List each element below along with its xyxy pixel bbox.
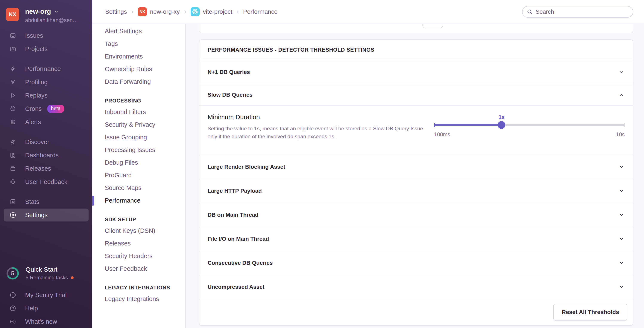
cutoff-panel-above — [199, 24, 633, 33]
settings-nav-item-client-keys[interactable]: Client Keys (DSN) — [92, 224, 185, 237]
quick-start-subtitle: 5 Remaining tasks — [26, 275, 68, 281]
breadcrumb-organization[interactable]: NX new-org-xy — [138, 7, 180, 16]
org-avatar: NX — [6, 8, 19, 21]
svg-text:5: 5 — [11, 270, 14, 277]
org-name: new-org — [25, 8, 51, 15]
sidebar-item-alerts[interactable]: Alerts — [0, 115, 92, 129]
sidebar-item-releases[interactable]: Releases — [0, 162, 92, 175]
sidebar-item-crons[interactable]: Crons beta — [0, 102, 92, 115]
chevron-down-icon — [618, 284, 625, 290]
org-badge: NX — [138, 7, 147, 16]
sidebar-item-discover[interactable]: Discover — [0, 135, 92, 149]
accordion-row-large-render-blocking-asset[interactable]: Large Render Blocking Asset — [200, 155, 633, 179]
minimum-duration-slider[interactable]: 1s 100ms 10s — [434, 114, 625, 146]
chevron-down-icon — [618, 236, 625, 242]
react-icon — [190, 7, 200, 16]
accordion-row-n-plus-1-db-queries[interactable]: N+1 DB Queries — [200, 60, 633, 84]
settings-nav-heading-sdk-setup: SDK SETUP — [92, 215, 185, 224]
accordion-row-db-on-main-thread[interactable]: DB on Main Thread — [200, 203, 633, 227]
quick-start[interactable]: 5 Quick Start 5 Remaining tasks — [6, 266, 74, 281]
clock-icon — [10, 106, 16, 112]
lightning-icon — [10, 66, 16, 72]
main-content: PERFORMANCE ISSUES - DETECTOR THRESHOLD … — [186, 24, 644, 328]
settings-nav-item-tags[interactable]: Tags — [92, 37, 185, 50]
slider-thumb[interactable] — [498, 121, 505, 129]
accordion-row-file-io-on-main-thread[interactable]: File I/O on Main Thread — [200, 227, 633, 251]
sidebar-item-projects[interactable]: Projects — [0, 42, 92, 55]
sidebar-item-performance[interactable]: Performance — [0, 62, 92, 75]
chevron-down-icon — [54, 9, 59, 14]
settings-nav-heading-legacy-integrations: LEGACY INTEGRATIONS — [92, 283, 185, 293]
settings-nav-item-alert-settings[interactable]: Alert Settings — [92, 25, 185, 37]
primary-nav: Issues Projects Performance Profiling Re… — [0, 29, 92, 222]
sidebar-item-stats[interactable]: Stats — [0, 195, 92, 208]
settings-nav-item-performance[interactable]: Performance — [92, 194, 185, 207]
sidebar-item-settings[interactable]: Settings — [4, 209, 89, 221]
sidebar-item-replays[interactable]: Replays — [0, 89, 92, 102]
breadcrumb-separator: › — [180, 7, 190, 15]
panel-footer: Reset All Thresholds — [200, 299, 633, 325]
breadcrumb-settings[interactable]: Settings — [105, 8, 127, 15]
broadcast-icon — [10, 318, 16, 325]
sidebar-item-issues[interactable]: Issues — [0, 29, 92, 42]
user-email: abdullah.khan@sen… — [25, 17, 78, 23]
chevron-up-icon — [618, 92, 625, 98]
breadcrumb-performance[interactable]: Performance — [243, 8, 278, 15]
settings-nav-item-legacy-integrations[interactable]: Legacy Integrations — [92, 293, 185, 305]
telescope-icon — [10, 139, 16, 145]
settings-nav-item-processing-issues[interactable]: Processing Issues — [92, 144, 185, 156]
org-switcher[interactable]: NX new-org abdullah.khan@sen… — [6, 8, 78, 23]
accordion-row-uncompressed-asset[interactable]: Uncompressed Asset — [200, 275, 633, 299]
headset-icon — [10, 178, 16, 185]
sidebar-item-dashboards[interactable]: Dashboards — [0, 149, 92, 162]
search-input[interactable] — [535, 8, 630, 15]
settings-nav-item-inbound-filters[interactable]: Inbound Filters — [92, 106, 185, 118]
settings-nav-item-security-privacy[interactable]: Security & Privacy — [92, 118, 185, 131]
slow-db-queries-detail: Minimum Duration Setting the value to 1s… — [200, 106, 633, 155]
breadcrumb: Settings › NX new-org-xy › vite-project … — [105, 7, 278, 16]
sidebar-footer: My Sentry Trial Help What's new — [0, 288, 92, 328]
sidebar-item-help[interactable]: Help — [0, 302, 92, 315]
sidebar-item-profiling[interactable]: Profiling — [0, 75, 92, 89]
gear-icon — [10, 212, 16, 218]
settings-nav-item-user-feedback[interactable]: User Feedback — [92, 262, 185, 275]
detector-threshold-panel: PERFORMANCE ISSUES - DETECTOR THRESHOLD … — [199, 39, 633, 326]
minimum-duration-label: Minimum Duration — [208, 113, 424, 121]
accordion-row-consecutive-db-queries[interactable]: Consecutive DB Queries — [200, 251, 633, 275]
search-box[interactable] — [522, 6, 633, 17]
quick-start-progress-ring: 5 — [6, 267, 20, 280]
reset-all-thresholds-button[interactable]: Reset All Thresholds — [554, 304, 627, 321]
settings-nav-item-ownership-rules[interactable]: Ownership Rules — [92, 63, 185, 75]
settings-nav-item-environments[interactable]: Environments — [92, 50, 185, 63]
play-icon — [10, 92, 16, 99]
archive-icon — [10, 165, 16, 172]
search-icon — [527, 8, 532, 15]
settings-nav-item-source-maps[interactable]: Source Maps — [92, 181, 185, 194]
accordion-row-slow-db-queries[interactable]: Slow DB Queries — [200, 84, 633, 106]
breadcrumb-separator: › — [127, 7, 138, 15]
quick-start-title: Quick Start — [26, 266, 74, 273]
breadcrumb-project[interactable]: vite-project — [190, 7, 232, 16]
sidebar-item-my-sentry-trial[interactable]: My Sentry Trial — [0, 288, 92, 302]
primary-sidebar: NX new-org abdullah.khan@sen… Issues Pro… — [0, 0, 92, 328]
settings-nav: Alert Settings Tags Environments Ownersh… — [92, 24, 186, 328]
settings-nav-item-releases[interactable]: Releases — [92, 237, 185, 250]
notification-dot — [71, 276, 74, 279]
trial-lightning-icon — [10, 292, 16, 298]
panel-title: PERFORMANCE ISSUES - DETECTOR THRESHOLD … — [200, 40, 633, 60]
settings-nav-item-security-headers[interactable]: Security Headers — [92, 250, 185, 262]
sidebar-item-whats-new[interactable]: What's new — [0, 315, 92, 328]
accordion-row-large-http-payload[interactable]: Large HTTP Payload — [200, 179, 633, 203]
siren-icon — [10, 119, 16, 125]
slider-min-label: 100ms — [434, 131, 450, 138]
settings-nav-item-debug-files[interactable]: Debug Files — [92, 156, 185, 169]
settings-nav-item-issue-grouping[interactable]: Issue Grouping — [92, 131, 185, 144]
minimum-duration-description: Setting the value to 1s, means that an e… — [208, 125, 423, 141]
settings-nav-item-data-forwarding[interactable]: Data Forwarding — [92, 75, 185, 88]
projects-icon — [10, 46, 16, 52]
chevron-down-icon — [618, 69, 625, 75]
issues-icon — [10, 32, 16, 39]
sidebar-item-user-feedback[interactable]: User Feedback — [0, 175, 92, 188]
beta-badge: beta — [47, 105, 64, 113]
settings-nav-item-proguard[interactable]: ProGuard — [92, 169, 185, 181]
